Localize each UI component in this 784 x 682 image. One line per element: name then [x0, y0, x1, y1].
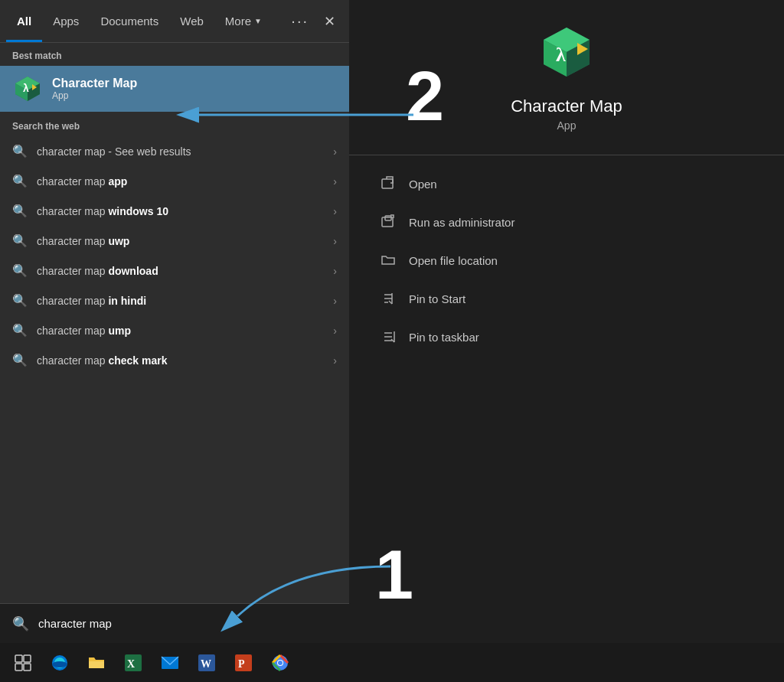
app-icon: λ: [12, 73, 43, 104]
action-open[interactable]: Open: [349, 165, 784, 203]
action-pin-taskbar-label: Pin to taskbar: [409, 331, 479, 344]
svg-text:λ: λ: [23, 82, 29, 94]
result-text-6: character map in hindi: [37, 295, 324, 307]
search-bar[interactable]: 🔍 character map: [0, 603, 349, 643]
svg-rect-29: [24, 655, 31, 662]
search-icon-2: 🔍: [12, 174, 28, 188]
chrome-icon[interactable]: [263, 646, 297, 680]
right-app-name: Character Map: [511, 96, 622, 116]
excel-icon[interactable]: X: [116, 646, 150, 680]
chevron-3: ›: [333, 205, 337, 217]
best-match-item[interactable]: λ Character Map App: [0, 66, 349, 112]
folder-icon: [380, 252, 397, 269]
tab-apps[interactable]: Apps: [42, 0, 90, 42]
action-pin-start-label: Pin to Start: [409, 292, 466, 305]
action-file-location-label: Open file location: [409, 254, 498, 267]
tab-documents[interactable]: Documents: [90, 0, 169, 42]
best-match-type: App: [52, 90, 137, 101]
web-result-8[interactable]: 🔍 character map check mark ›: [0, 345, 349, 375]
pin-start-icon: [380, 290, 397, 307]
svg-rect-30: [15, 664, 22, 671]
svg-rect-12: [382, 179, 393, 188]
web-result-6[interactable]: 🔍 character map in hindi ›: [0, 286, 349, 315]
search-icon-8: 🔍: [12, 353, 28, 367]
web-result-5[interactable]: 🔍 character map download ›: [0, 256, 349, 286]
best-match-label: Best match: [0, 43, 349, 66]
result-text-2: character map app: [37, 175, 324, 188]
chevron-5: ›: [333, 265, 337, 277]
result-text-8: character map check mark: [37, 354, 324, 367]
action-run-admin[interactable]: Run as administrator: [349, 203, 784, 241]
app-actions: Open Run as administrator Open file loca…: [349, 155, 784, 365]
search-icon-1: 🔍: [12, 144, 28, 158]
svg-text:X: X: [127, 658, 135, 670]
word-icon[interactable]: W: [190, 646, 224, 680]
tab-more[interactable]: More ▼: [214, 8, 273, 34]
search-icon-6: 🔍: [12, 293, 28, 308]
app-icon-large: λ: [536, 23, 597, 84]
search-icon-7: 🔍: [12, 323, 28, 338]
search-icon-4: 🔍: [12, 233, 28, 248]
tab-web[interactable]: Web: [169, 0, 214, 42]
pin-taskbar-icon: [380, 328, 397, 345]
taskbar: X W P: [0, 643, 784, 682]
close-button[interactable]: ✕: [316, 10, 343, 33]
chevron-8: ›: [333, 354, 337, 367]
search-icon-3: 🔍: [12, 204, 28, 218]
search-panel: All Apps Documents Web More ▼ ··· ✕ Best…: [0, 0, 349, 643]
chevron-1: ›: [333, 145, 337, 158]
action-admin-label: Run as administrator: [409, 216, 514, 229]
action-pin-taskbar[interactable]: Pin to taskbar: [349, 318, 784, 356]
powerpoint-icon[interactable]: P: [227, 646, 260, 680]
svg-text:λ: λ: [556, 44, 566, 66]
result-text-7: character map ump: [37, 325, 324, 337]
chevron-7: ›: [333, 325, 337, 337]
svg-rect-28: [15, 655, 22, 662]
web-result-7[interactable]: 🔍 character map ump ›: [0, 315, 349, 345]
chevron-6: ›: [333, 295, 337, 307]
svg-text:W: W: [201, 658, 211, 670]
svg-rect-31: [24, 664, 31, 671]
search-bar-input[interactable]: character map: [38, 617, 337, 630]
mail-icon[interactable]: [153, 646, 187, 680]
action-pin-start[interactable]: Pin to Start: [349, 279, 784, 318]
app-detail: λ Character Map App: [349, 0, 784, 155]
right-panel: λ Character Map App Open: [349, 0, 784, 643]
more-dropdown-icon: ▼: [254, 17, 262, 25]
web-result-4[interactable]: 🔍 character map uwp ›: [0, 226, 349, 256]
web-result-3[interactable]: 🔍 character map windows 10 ›: [0, 196, 349, 226]
action-file-location[interactable]: Open file location: [349, 241, 784, 279]
action-open-label: Open: [409, 178, 437, 191]
tab-all[interactable]: All: [6, 0, 42, 42]
svg-rect-14: [385, 216, 391, 220]
filter-tabs: All Apps Documents Web More ▼ ··· ✕: [0, 0, 349, 43]
right-app-type: App: [557, 119, 577, 132]
result-text-3: character map windows 10: [37, 205, 324, 217]
chevron-2: ›: [333, 175, 337, 188]
file-explorer-icon[interactable]: [80, 646, 113, 680]
search-bar-icon: 🔍: [12, 615, 29, 632]
result-text-1: character map - See web results: [37, 145, 324, 158]
open-icon: [380, 175, 397, 192]
admin-icon: [380, 214, 397, 230]
edge-icon[interactable]: [43, 646, 77, 680]
chevron-4: ›: [333, 235, 337, 247]
web-result-1[interactable]: 🔍 character map - See web results ›: [0, 136, 349, 166]
svg-point-44: [278, 661, 283, 665]
svg-text:P: P: [238, 658, 245, 670]
result-text-5: character map download: [37, 265, 324, 277]
task-view-icon[interactable]: [6, 646, 40, 680]
web-section-label: Search the web: [0, 112, 349, 136]
more-options-button[interactable]: ···: [283, 9, 316, 33]
web-result-2[interactable]: 🔍 character map app ›: [0, 166, 349, 196]
svg-point-34: [52, 661, 67, 667]
best-match-name: Character Map: [52, 77, 137, 90]
search-icon-5: 🔍: [12, 263, 28, 278]
result-text-4: character map uwp: [37, 235, 324, 247]
